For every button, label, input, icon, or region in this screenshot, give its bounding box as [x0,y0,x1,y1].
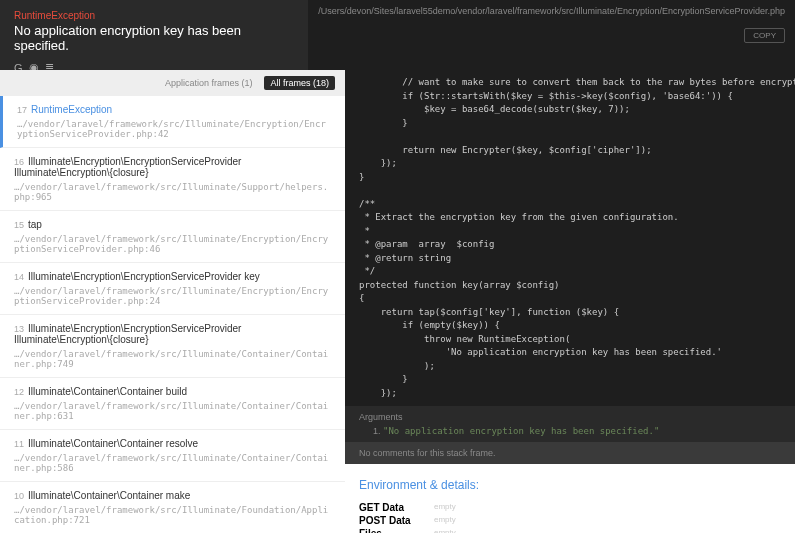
frame-number: 13 [14,324,24,334]
file-path-bar: /Users/devon/Sites/laravel55demo/vendor/… [308,0,795,70]
header: RuntimeException No application encrypti… [0,0,795,70]
frame-number: 12 [14,387,24,397]
exception-message: No application encryption key has been s… [14,23,294,53]
frame-title: Illuminate\Container\Container make [28,490,190,501]
code-block: // want to make sure to convert them bac… [345,70,795,406]
frame-path: …/vendor/laravel/framework/src/Illuminat… [14,453,331,473]
frames-list: 17RuntimeException…/vendor/laravel/frame… [0,96,345,533]
env-section: POST Dataempty [359,515,781,526]
stack-frame[interactable]: 11Illuminate\Container\Container resolve… [0,430,345,482]
stack-frame[interactable]: 12Illuminate\Container\Container build…/… [0,378,345,430]
frame-number: 16 [14,157,24,167]
stack-frame[interactable]: 13Illuminate\Encryption\EncryptionServic… [0,315,345,378]
exception-summary: RuntimeException No application encrypti… [0,0,308,70]
env-section-empty: empty [434,515,456,526]
frame-number: 17 [17,105,27,115]
frame-path: …/vendor/laravel/framework/src/Illuminat… [14,401,331,421]
frame-path: …/vendor/laravel/framework/src/Illuminat… [17,119,331,139]
env-section-empty: empty [434,528,456,533]
frame-number: 15 [14,220,24,230]
env-section-empty: empty [434,502,456,513]
env-section-label: GET Data [359,502,434,513]
frame-tabs: Application frames (1) All frames (18) [0,70,345,96]
stack-frame[interactable]: 17RuntimeException…/vendor/laravel/frame… [0,96,345,148]
exception-name: RuntimeException [14,10,294,21]
frame-number: 14 [14,272,24,282]
env-section-label: Files [359,528,434,533]
frames-panel[interactable]: Application frames (1) All frames (18) 1… [0,70,345,533]
env-section-label: POST Data [359,515,434,526]
tab-app-frames[interactable]: Application frames (1) [159,76,259,90]
stack-frame[interactable]: 16Illuminate\Encryption\EncryptionServic… [0,148,345,211]
arguments-title: Arguments [359,412,781,422]
frame-path: …/vendor/laravel/framework/src/Illuminat… [14,182,331,202]
env-details: Environment & details: GET DataemptyPOST… [345,464,795,533]
frame-number: 10 [14,491,24,501]
env-section: GET Dataempty [359,502,781,513]
argument-item: 1. "No application encryption key has be… [373,426,781,436]
frame-title: Illuminate\Container\Container build [28,386,187,397]
frame-number: 11 [14,439,24,449]
frame-title: Illuminate\Encryption\EncryptionServiceP… [28,271,260,282]
env-section: Filesempty [359,528,781,533]
frame-title: tap [28,219,42,230]
tab-all-frames[interactable]: All frames (18) [264,76,335,90]
stack-frame[interactable]: 15tap…/vendor/laravel/framework/src/Illu… [0,211,345,263]
arguments-section: Arguments 1. "No application encryption … [345,406,795,442]
main-content: Application frames (1) All frames (18) 1… [0,70,795,533]
frame-title: Illuminate\Encryption\EncryptionServiceP… [14,156,241,178]
details-panel[interactable]: // want to make sure to convert them bac… [345,70,795,533]
no-comments: No comments for this stack frame. [345,442,795,464]
env-title: Environment & details: [359,478,781,492]
frame-title: Illuminate\Encryption\EncryptionServiceP… [14,323,241,345]
stack-frame[interactable]: 10Illuminate\Container\Container make…/v… [0,482,345,533]
frame-title: Illuminate\Container\Container resolve [28,438,198,449]
stack-frame[interactable]: 14Illuminate\Encryption\EncryptionServic… [0,263,345,315]
file-path: /Users/devon/Sites/laravel55demo/vendor/… [318,6,785,16]
frame-title: RuntimeException [31,104,112,115]
frame-path: …/vendor/laravel/framework/src/Illuminat… [14,234,331,254]
copy-button[interactable]: COPY [744,28,785,43]
frame-path: …/vendor/laravel/framework/src/Illuminat… [14,505,331,525]
frame-path: …/vendor/laravel/framework/src/Illuminat… [14,349,331,369]
frame-path: …/vendor/laravel/framework/src/Illuminat… [14,286,331,306]
